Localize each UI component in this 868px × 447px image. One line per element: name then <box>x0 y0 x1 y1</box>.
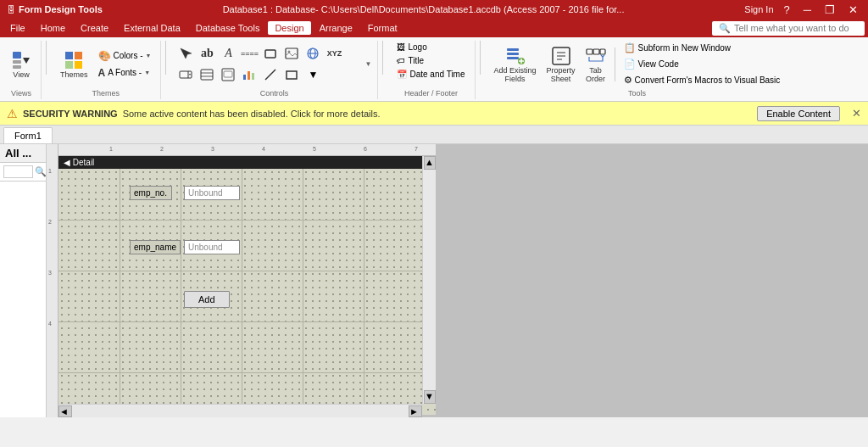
detail-header: ◀ Detail <box>58 156 436 169</box>
ruler-left-mark-4: 4 <box>48 321 52 327</box>
subform-tool-button[interactable] <box>218 64 238 85</box>
checkbox-tool-button[interactable] <box>260 43 281 64</box>
text-tool-button[interactable]: ab <box>197 43 217 64</box>
svg-rect-20 <box>224 71 232 77</box>
security-close-button[interactable]: ✕ <box>852 107 861 120</box>
menu-design[interactable]: Design <box>268 21 310 35</box>
themes-icon <box>64 50 84 70</box>
restore-button[interactable]: ❐ <box>821 3 838 16</box>
view-button[interactable]: View <box>7 47 36 81</box>
menu-external-data[interactable]: External Data <box>117 21 187 35</box>
all-panel-search-input[interactable] <box>3 165 33 178</box>
vertical-scrollbar[interactable]: ▲ ▼ <box>422 156 436 404</box>
enable-content-button[interactable]: Enable Content <box>757 106 840 121</box>
sign-in-link[interactable]: Sign In <box>744 4 773 14</box>
fonts-button[interactable]: A A Fonts - ▼ <box>94 65 156 81</box>
add-button[interactable]: Add <box>184 291 230 308</box>
scroll-down-btn[interactable]: ▼ <box>424 390 436 404</box>
ruler-left: 1 2 3 4 <box>47 144 58 417</box>
line-tool-button[interactable] <box>260 64 281 85</box>
property-sheet-button[interactable]: PropertySheet <box>542 43 580 86</box>
svg-rect-27 <box>507 53 519 55</box>
date-time-button[interactable]: 📅 Date and Time <box>392 68 469 81</box>
ruler-mark-4: 4 <box>262 146 265 152</box>
menu-database-tools[interactable]: Database Tools <box>189 21 267 35</box>
ruler-mark-5: 5 <box>313 146 316 152</box>
header-footer-buttons: 🖼 Logo 🏷 Title 📅 Date and Time <box>392 41 469 87</box>
controls-group-label: Controls <box>175 89 372 98</box>
rect-tool-button[interactable] <box>281 64 302 85</box>
themes-button[interactable]: Themes <box>56 47 92 81</box>
menu-home[interactable]: Home <box>34 21 72 35</box>
convert-macros-button[interactable]: ⚙ Convert Form's Macros to Visual Basic <box>620 73 785 87</box>
emp-no-label[interactable]: emp_no. <box>130 186 172 200</box>
minimize-button[interactable]: ─ <box>800 3 815 16</box>
colors-button[interactable]: 🎨 Colors - ▼ <box>94 48 156 64</box>
hyperlink-tool-button[interactable] <box>303 43 323 64</box>
svg-rect-22 <box>248 71 250 80</box>
ribbon-search-input[interactable] <box>734 23 853 33</box>
colors-label: Colors - <box>114 51 143 60</box>
help-button[interactable]: ? <box>781 3 793 16</box>
app-icon: 🗄 <box>7 5 15 14</box>
listbox-tool-button[interactable] <box>197 64 217 85</box>
controls-palette: ab A ==== XYZ ▼ <box>175 43 362 85</box>
emp-name-label[interactable]: emp_name <box>130 240 181 254</box>
menu-file[interactable]: File <box>3 21 32 35</box>
ruler-top: 1 2 3 4 5 6 7 <box>58 144 436 156</box>
hline-4 <box>58 372 436 373</box>
emp-name-textbox[interactable]: Unbound <box>184 240 240 254</box>
menu-format[interactable]: Format <box>361 21 404 35</box>
chart-tool-button[interactable] <box>239 64 259 85</box>
sep4 <box>480 41 481 75</box>
label-tool-button[interactable]: A <box>218 43 238 64</box>
more-controls-button[interactable]: ▼ <box>303 64 323 85</box>
emp-no-textbox[interactable]: Unbound <box>184 186 240 200</box>
view-code-icon: 📄 <box>624 59 636 70</box>
view-icon <box>11 50 31 70</box>
form-grid[interactable]: emp_no. Unbound emp_name Unbound Add <box>58 169 436 415</box>
svg-rect-6 <box>65 61 73 69</box>
title-icon: 🏷 <box>397 56 405 65</box>
horizontal-scrollbar[interactable]: ◄ ► <box>58 404 422 417</box>
tools-buttons: Add ExistingFields PropertySheet TabOrde… <box>490 41 785 87</box>
scroll-left-btn[interactable]: ◄ <box>58 405 72 417</box>
add-fields-button[interactable]: Add ExistingFields <box>490 43 541 86</box>
scroll-up-btn[interactable]: ▲ <box>424 156 436 170</box>
sep3 <box>382 41 383 75</box>
subform-new-window-button[interactable]: 📋 Subform in New Window <box>620 41 785 55</box>
ruler-mark-1: 1 <box>109 146 113 152</box>
title-button[interactable]: 🏷 Title <box>392 54 428 67</box>
menu-create[interactable]: Create <box>74 21 115 35</box>
combobox-tool-button[interactable] <box>175 64 196 85</box>
fonts-dropdown-arrow: ▼ <box>144 70 150 75</box>
ribbon-group-header-footer: 🖼 Logo 🏷 Title 📅 Date and Time Header / … <box>387 41 475 99</box>
select-tool-button[interactable] <box>175 43 196 64</box>
button-tool-button[interactable]: ==== <box>239 43 259 64</box>
header-footer-group-label: Header / Footer <box>392 89 469 98</box>
ruler-mark-7: 7 <box>415 146 418 152</box>
form-design-area: 1 2 3 4 5 6 7 ◀ Detail <box>58 144 436 417</box>
tab-order-button[interactable]: TabOrder <box>581 43 610 86</box>
svg-rect-36 <box>587 49 593 54</box>
logo-button[interactable]: 🖼 Logo <box>392 41 431 53</box>
tab-order-icon <box>586 46 606 66</box>
close-button[interactable]: ✕ <box>845 3 861 16</box>
controls-expand-button[interactable]: ▼ <box>364 44 372 85</box>
subform-new-window-icon: 📋 <box>624 42 636 53</box>
view-code-label: View Code <box>638 59 679 69</box>
views-group-label: Views <box>7 89 36 98</box>
view-code-button[interactable]: 📄 View Code <box>620 57 785 71</box>
scroll-right-btn[interactable]: ► <box>409 405 422 417</box>
fonts-icon: A <box>98 67 106 79</box>
ribbon-group-tools: Add ExistingFields PropertySheet TabOrde… <box>485 41 790 99</box>
menu-arrange[interactable]: Arrange <box>313 21 359 35</box>
fonts-label: A Fonts - <box>108 68 142 77</box>
themes-sub-buttons: 🎨 Colors - ▼ A A Fonts - ▼ <box>94 48 156 81</box>
all-panel-search-row: 🔍 <box>0 163 46 182</box>
vline-1 <box>120 169 120 415</box>
form1-tab[interactable]: Form1 <box>3 127 53 143</box>
xyz-tool-button[interactable]: XYZ <box>324 43 344 64</box>
svg-rect-37 <box>593 49 599 54</box>
image-tool-button[interactable] <box>281 43 302 64</box>
